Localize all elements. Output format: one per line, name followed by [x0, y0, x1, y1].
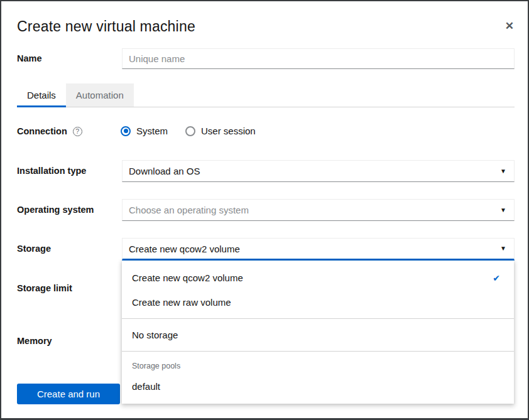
chevron-down-icon: ▼: [500, 207, 506, 213]
create-vm-dialog: Create new virtual machine ✕ Name Detail…: [0, 0, 529, 420]
radio-system-label: System: [136, 126, 168, 136]
menu-divider: [122, 351, 514, 352]
tab-automation[interactable]: Automation: [66, 83, 134, 107]
memory-label: Memory: [17, 336, 52, 346]
connection-radio-group: System User session: [121, 126, 273, 136]
storage-label: Storage: [17, 244, 51, 254]
tab-details[interactable]: Details: [17, 83, 66, 107]
radio-option-user-session[interactable]: User session: [185, 126, 256, 136]
chevron-down-icon: ▼: [500, 168, 506, 175]
menu-item-no-storage-label: No storage: [132, 330, 178, 340]
tab-automation-label: Automation: [76, 90, 124, 100]
radio-user-session[interactable]: [185, 126, 195, 136]
installation-type-label: Installation type: [17, 166, 86, 176]
radio-user-session-label: User session: [201, 126, 256, 136]
radio-option-system[interactable]: System: [121, 126, 168, 136]
installation-type-value: Download an OS: [129, 166, 200, 176]
chevron-down-icon: ▼: [500, 245, 506, 252]
menu-item-raw[interactable]: Create new raw volume: [122, 290, 514, 315]
connection-label-text: Connection: [17, 126, 67, 136]
close-icon[interactable]: ✕: [505, 21, 514, 31]
menu-item-pool-default-label: default: [132, 381, 160, 392]
operating-system-label: Operating system: [17, 205, 94, 215]
storage-select-value: Create new qcow2 volume: [129, 244, 240, 254]
menu-item-qcow2[interactable]: Create new qcow2 volume ✔: [122, 266, 514, 290]
operating-system-select[interactable]: Choose an operating system ▼: [122, 199, 515, 221]
storage-select[interactable]: Create new qcow2 volume ▼: [122, 238, 515, 261]
installation-type-select[interactable]: Download an OS ▼: [122, 160, 515, 182]
menu-divider: [122, 318, 514, 319]
name-label: Name: [17, 53, 42, 63]
tab-details-label: Details: [27, 90, 56, 100]
dialog-title: Create new virtual machine: [17, 18, 195, 35]
connection-label: Connection ?: [17, 126, 82, 136]
operating-system-placeholder: Choose an operating system: [129, 205, 249, 215]
menu-item-no-storage[interactable]: No storage: [122, 323, 514, 347]
storage-pools-group-label: Storage pools: [122, 355, 514, 374]
menu-item-raw-label: Create new raw volume: [132, 297, 231, 308]
name-input[interactable]: [122, 48, 515, 69]
check-icon: ✔: [493, 273, 500, 283]
radio-system[interactable]: [121, 126, 131, 136]
help-icon[interactable]: ?: [73, 127, 82, 136]
storage-dropdown-menu: Create new qcow2 volume ✔ Create new raw…: [122, 261, 514, 404]
tab-bar: Details Automation: [17, 83, 515, 107]
create-and-run-button[interactable]: Create and run: [17, 384, 120, 404]
menu-item-pool-default[interactable]: default: [122, 374, 514, 399]
storage-limit-label: Storage limit: [17, 283, 72, 293]
menu-item-qcow2-label: Create new qcow2 volume: [132, 272, 243, 283]
